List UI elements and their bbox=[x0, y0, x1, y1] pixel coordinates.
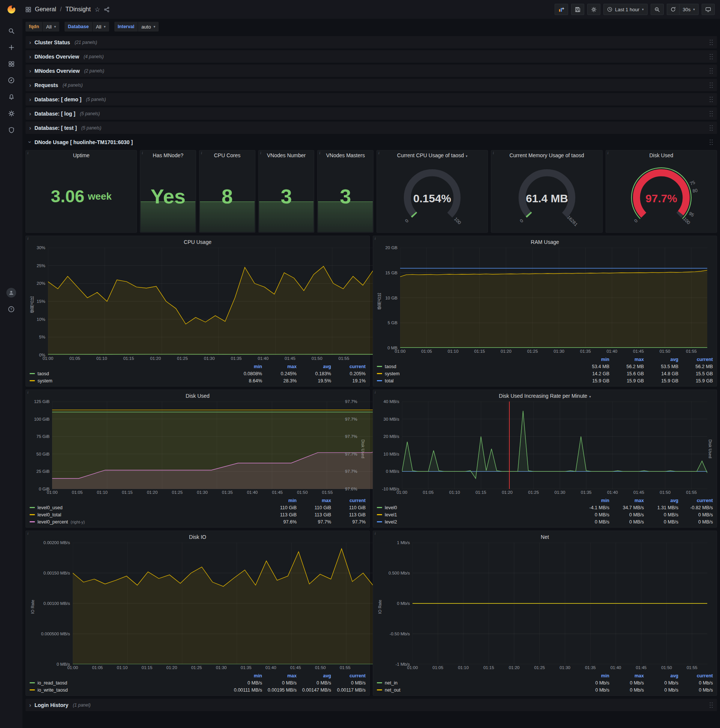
legend-series-toggle[interactable]: system bbox=[377, 371, 575, 376]
variable-value-dropdown[interactable]: All ▾ bbox=[43, 22, 59, 32]
panel-title[interactable]: RAM Usage bbox=[377, 237, 713, 247]
x-axis-tick: 01:25 bbox=[527, 349, 538, 353]
save-dashboard-button[interactable] bbox=[571, 4, 584, 15]
panel-info-icon[interactable]: i bbox=[375, 390, 376, 395]
dashboard-row-header[interactable]: › Database: [ demo ] (5 panels) bbox=[26, 93, 717, 106]
breadcrumb-title[interactable]: TDinsight bbox=[65, 6, 91, 13]
variable-chip[interactable]: fqdn All ▾ bbox=[26, 22, 59, 32]
create-icon[interactable] bbox=[5, 42, 18, 53]
zoom-out-button[interactable] bbox=[651, 4, 664, 15]
variable-chip[interactable]: Database All ▾ bbox=[64, 22, 109, 32]
search-icon[interactable] bbox=[5, 25, 18, 37]
legend-series-toggle[interactable]: io_write_taosd bbox=[30, 687, 227, 693]
panel-title[interactable]: Disk Used Increasing Rate per Minute▾ bbox=[377, 391, 713, 401]
legend-series-toggle[interactable]: level0_percent(right-y) bbox=[30, 519, 262, 525]
plot-area[interactable] bbox=[73, 543, 360, 664]
panel-info-icon[interactable]: i bbox=[201, 151, 202, 155]
panel-info-icon[interactable]: i bbox=[493, 151, 494, 155]
legend-series-toggle[interactable]: level0_total bbox=[30, 512, 262, 517]
panel-title[interactable]: Current Memory Usage of taosd bbox=[491, 150, 602, 160]
row-drag-handle[interactable] bbox=[709, 39, 713, 46]
legend-series-toggle[interactable]: level0 bbox=[377, 505, 575, 510]
panel-title[interactable]: Disk IO bbox=[30, 532, 366, 542]
time-picker-button[interactable]: Last 1 hour ▾ bbox=[603, 4, 648, 15]
dashboard-grid-icon bbox=[26, 7, 31, 12]
refresh-button[interactable] bbox=[667, 4, 679, 15]
plot-area[interactable] bbox=[402, 402, 707, 489]
panel-title[interactable]: Disk Used bbox=[30, 391, 366, 401]
cycle-view-mode-button[interactable] bbox=[702, 4, 715, 15]
panel-info-icon[interactable]: i bbox=[27, 151, 29, 155]
y-axis-tick: 25% bbox=[37, 263, 45, 268]
panel-info-icon[interactable]: i bbox=[142, 151, 143, 155]
panel-title[interactable]: Current CPU Usage of taosd▾ bbox=[377, 150, 488, 160]
plot-area[interactable] bbox=[48, 248, 360, 355]
add-panel-button[interactable] bbox=[555, 4, 568, 15]
legend-series-toggle[interactable]: net_out bbox=[377, 687, 575, 693]
row-drag-handle[interactable] bbox=[709, 110, 713, 117]
share-icon[interactable] bbox=[104, 7, 110, 12]
dashboards-icon[interactable] bbox=[5, 58, 18, 69]
gauge-tick-label: 0 bbox=[519, 218, 524, 224]
plot-area[interactable] bbox=[412, 543, 707, 664]
dashboard-row-header[interactable]: › Requests (4 panels) bbox=[26, 79, 717, 91]
panel-info-icon[interactable]: i bbox=[378, 151, 380, 155]
dashboard-row-header[interactable]: › Login History (1 panel) bbox=[26, 699, 717, 711]
panel-title[interactable]: CPU Cores bbox=[200, 150, 255, 160]
panel-title[interactable]: VNodes Masters bbox=[317, 150, 373, 160]
breadcrumb-section[interactable]: General bbox=[35, 6, 56, 13]
legend-row: level0_percent(right-y)97.6%97.7%97.7% bbox=[30, 518, 366, 525]
legend-series-toggle[interactable]: taosd bbox=[377, 364, 575, 369]
star-icon[interactable]: ☆ bbox=[95, 6, 100, 14]
dashboard-row-header[interactable]: › MNodes Overview (2 panels) bbox=[26, 64, 717, 77]
dashboard-row-header[interactable]: › Database: [ log ] (5 panels) bbox=[26, 107, 717, 120]
panel-title[interactable]: Uptime bbox=[26, 150, 136, 160]
panel-title[interactable]: CPU Usage bbox=[30, 237, 366, 247]
row-drag-handle[interactable] bbox=[709, 96, 713, 102]
variable-value-dropdown[interactable]: auto ▾ bbox=[138, 22, 159, 32]
row-drag-handle[interactable] bbox=[709, 67, 713, 74]
explore-icon[interactable] bbox=[5, 75, 18, 86]
panel-info-icon[interactable]: i bbox=[607, 151, 609, 155]
row-drag-handle[interactable] bbox=[709, 82, 713, 88]
user-avatar[interactable] bbox=[5, 287, 18, 298]
row-dnode-usage[interactable]: › DNode Usage [ huolinhe-TM1701:6030 ] bbox=[26, 136, 717, 148]
panel-info-icon[interactable]: i bbox=[27, 531, 29, 535]
alerting-icon[interactable] bbox=[5, 91, 18, 102]
panel-info-icon[interactable]: i bbox=[260, 151, 261, 155]
panel-title[interactable]: Net bbox=[377, 532, 713, 542]
variable-chip[interactable]: Interval auto ▾ bbox=[114, 22, 159, 32]
dashboard-settings-button[interactable] bbox=[587, 4, 600, 15]
legend-series-toggle[interactable]: taosd bbox=[30, 371, 227, 376]
legend-series-toggle[interactable]: level2 bbox=[377, 519, 575, 525]
legend-series-toggle[interactable]: total bbox=[377, 378, 575, 384]
legend-series-toggle[interactable]: level0_used bbox=[30, 505, 262, 510]
panel-info-icon[interactable]: i bbox=[319, 151, 320, 155]
help-icon[interactable]: ? bbox=[5, 304, 18, 315]
panel-title[interactable]: VNodes Number bbox=[259, 150, 314, 160]
legend-series-toggle[interactable]: system bbox=[30, 378, 227, 384]
legend-series-toggle[interactable]: io_read_taosd bbox=[30, 681, 227, 685]
row-drag-handle[interactable] bbox=[709, 139, 713, 145]
variable-value-dropdown[interactable]: All ▾ bbox=[93, 22, 109, 32]
grafana-logo[interactable] bbox=[5, 3, 18, 15]
dashboard-row-header[interactable]: › DNodes Overview (4 panels) bbox=[26, 50, 717, 63]
panel-info-icon[interactable]: i bbox=[375, 236, 376, 240]
dashboard-row-header[interactable]: › Database: [ test ] (5 panels) bbox=[26, 122, 717, 134]
legend-series-toggle[interactable]: net_in bbox=[377, 681, 575, 685]
server-admin-shield-icon[interactable] bbox=[5, 124, 18, 136]
panel-title[interactable]: Disk Used bbox=[606, 150, 717, 160]
panel-info-icon[interactable]: i bbox=[27, 390, 29, 395]
configuration-gear-icon[interactable] bbox=[5, 108, 18, 119]
legend-series-toggle[interactable]: level1 bbox=[377, 512, 575, 517]
row-drag-handle[interactable] bbox=[709, 53, 713, 60]
dashboard-row-header[interactable]: › Cluster Status (21 panels) bbox=[26, 36, 717, 48]
panel-info-icon[interactable]: i bbox=[375, 531, 376, 535]
row-drag-handle[interactable] bbox=[709, 702, 713, 708]
row-drag-handle[interactable] bbox=[709, 125, 713, 131]
refresh-interval-dropdown[interactable]: 30s ▾ bbox=[679, 4, 699, 15]
plot-area[interactable] bbox=[400, 248, 707, 348]
plot-area[interactable] bbox=[52, 402, 342, 489]
panel-title[interactable]: Has MNode? bbox=[140, 150, 196, 160]
panel-info-icon[interactable]: i bbox=[27, 236, 29, 240]
